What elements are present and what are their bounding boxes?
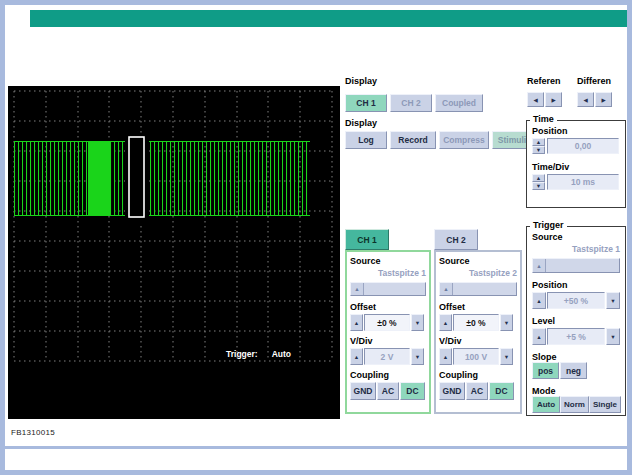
mode-auto-button[interactable]: Auto [532,396,560,413]
up-arrow-icon: ▲ [533,259,546,272]
slope-pos-button[interactable]: pos [532,362,559,379]
difference-next-button[interactable]: ▶ [595,92,612,107]
record-button[interactable]: Record [390,131,436,149]
trigger-source-label: Source [532,232,563,242]
up-arrow-icon: ▲ [440,283,453,295]
ch1-source-ring[interactable]: ▲ [350,282,426,296]
trigger-status-label: Trigger: [226,349,258,359]
ch2-source-value: Tastspitze 2 [439,268,517,278]
trigger-source-ring[interactable]: ▲ [532,258,620,273]
ch2-source-label: Source [439,256,470,266]
ch1-offset-label: Offset [350,302,376,312]
mode-single-button[interactable]: Single [589,396,621,413]
trigger-slope-label: Slope [532,352,557,362]
ch2-offset-label: Offset [439,302,465,312]
left-arrow-icon: ◀ [583,97,587,103]
down-arrow-icon: ▼ [610,334,615,340]
trigger-mode-label: Mode [532,386,556,396]
up-arrow-icon: ▲ [351,283,364,295]
ch1-panel: Source Tastspitze 1 ▲ Offset ▲ ±0 % ▼ V/… [345,250,431,414]
time-position-value[interactable]: 0,00 [547,138,619,154]
tab-ch1[interactable]: CH 1 [345,229,389,250]
ch2-vdiv-label: V/Div [439,336,462,346]
time-div-value[interactable]: 10 ms [547,174,619,190]
trigger-position-label: Position [532,280,568,290]
ch2-gnd-button[interactable]: GND [439,382,465,400]
oscilloscope-graph [8,86,340,419]
trigger-status: Trigger: Auto [226,349,291,359]
figure-code: FB1310015 [11,428,55,437]
ch2-source-ring[interactable]: ▲ [439,282,517,296]
time-position-down-button[interactable]: ▼ [532,146,545,154]
left-arrow-icon: ◀ [533,97,537,103]
down-arrow-icon: ▼ [536,183,541,189]
up-arrow-icon: ▲ [354,354,359,360]
display-ch1-button[interactable]: CH 1 [345,94,387,112]
reference-next-button[interactable]: ▶ [545,92,562,107]
compress-button[interactable]: Compress [439,131,489,149]
ch2-dc-button[interactable]: DC [489,382,514,400]
tab-ch2[interactable]: CH 2 [434,229,478,250]
trigger-level-label: Level [532,316,555,326]
ch2-vdiv-value[interactable]: 100 V [453,348,499,365]
display-channels-label: Display [345,76,377,86]
down-arrow-icon: ▼ [504,320,509,326]
display-ch2-button[interactable]: CH 2 [390,94,432,112]
slope-neg-button[interactable]: neg [560,362,587,379]
trigger-position-up-button[interactable]: ▲ [532,292,546,309]
up-arrow-icon: ▲ [536,334,541,340]
reference-label: Referen [527,76,561,86]
trigger-groupbox: Source Tastspitze 1 ▲ Position ▲ +50 % ▼… [526,226,626,416]
time-group-label: Time [530,114,557,124]
document-frame: Trigger: Auto Display CH 1 CH 2 Coupled … [0,0,632,475]
display-coupled-button[interactable]: Coupled [435,94,483,112]
trigger-position-down-button[interactable]: ▼ [606,292,620,309]
right-arrow-icon: ▶ [551,97,555,103]
ch2-ac-button[interactable]: AC [466,382,488,400]
ch1-offset-up-button[interactable]: ▲ [350,314,363,331]
reference-prev-button[interactable]: ◀ [527,92,544,107]
time-position-up-button[interactable]: ▲ [532,138,545,146]
trigger-group-label: Trigger [530,220,567,230]
mode-norm-button[interactable]: Norm [560,396,589,413]
ch1-vdiv-value[interactable]: 2 V [364,348,410,365]
down-arrow-icon: ▼ [610,298,615,304]
ch2-offset-value[interactable]: ±0 % [453,314,499,331]
ch1-coupling-label: Coupling [350,370,389,380]
trigger-level-up-button[interactable]: ▲ [532,328,546,345]
ch2-vdiv-up-button[interactable]: ▲ [439,348,452,365]
trigger-position-value[interactable]: +50 % [547,292,605,309]
time-div-label: Time/Div [532,162,569,172]
up-arrow-icon: ▲ [443,354,448,360]
ch1-vdiv-up-button[interactable]: ▲ [350,348,363,365]
difference-prev-button[interactable]: ◀ [577,92,594,107]
log-button[interactable]: Log [345,131,387,149]
up-arrow-icon: ▲ [354,320,359,326]
trigger-source-value: Tastspitze 1 [532,244,620,254]
ch1-dc-button[interactable]: DC [400,382,425,400]
ch1-offset-down-button[interactable]: ▼ [411,314,424,331]
time-groupbox: Position ▲ ▼ 0,00 Time/Div ▲ ▼ 10 ms [526,120,626,208]
trigger-status-value: Auto [272,349,291,359]
ch1-gnd-button[interactable]: GND [350,382,376,400]
oscilloscope-display: Trigger: Auto [8,86,340,419]
ch2-offset-down-button[interactable]: ▼ [500,314,513,331]
up-arrow-icon: ▲ [443,320,448,326]
ch2-offset-up-button[interactable]: ▲ [439,314,452,331]
trigger-level-down-button[interactable]: ▼ [606,328,620,345]
trigger-level-value[interactable]: +5 % [547,328,605,345]
right-arrow-icon: ▶ [601,97,605,103]
ch1-offset-value[interactable]: ±0 % [364,314,410,331]
scope-grid [14,91,332,361]
difference-label: Differen [577,76,611,86]
up-arrow-icon: ▲ [536,139,541,145]
ch2-vdiv-down-button[interactable]: ▼ [500,348,513,365]
ch1-vdiv-down-button[interactable]: ▼ [411,348,424,365]
title-bar [30,10,627,27]
time-div-down-button[interactable]: ▼ [532,182,545,190]
ch1-source-label: Source [350,256,381,266]
time-div-up-button[interactable]: ▲ [532,174,545,182]
ch1-ac-button[interactable]: AC [377,382,399,400]
ch2-panel: Source Tastspitze 2 ▲ Offset ▲ ±0 % ▼ V/… [434,250,522,414]
ch2-coupling-label: Coupling [439,370,478,380]
